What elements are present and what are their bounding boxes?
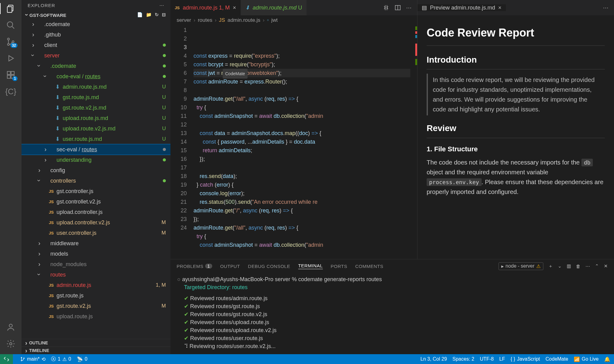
tab-terminal[interactable]: TERMINAL: [298, 263, 323, 269]
tree-item[interactable]: .codemate: [22, 61, 170, 71]
more-icon[interactable]: ⋯: [406, 4, 412, 11]
tree-item[interactable]: JSgst.controller.js: [22, 186, 170, 196]
close-icon[interactable]: ×: [233, 5, 236, 11]
more-icon[interactable]: ⋯: [585, 263, 590, 269]
new-terminal-icon[interactable]: ＋: [548, 263, 553, 269]
tree-item[interactable]: client: [22, 40, 170, 50]
minimap[interactable]: [410, 25, 417, 259]
preview-quote: In this code review report, we will be r…: [427, 74, 605, 115]
tree-item[interactable]: ⬇gst.route.v2.js.mdU: [22, 103, 170, 113]
maximize-icon[interactable]: ⌃: [595, 263, 599, 269]
tree-item[interactable]: sec-eval / routes: [22, 144, 170, 155]
svg-point-4: [7, 38, 9, 40]
new-file-icon[interactable]: 📄: [137, 12, 143, 17]
collapse-icon[interactable]: ⊟: [162, 12, 166, 17]
activity-bar: 32 1 {C}: [0, 0, 22, 354]
preview-icon: ▤: [422, 4, 427, 11]
tab-problems[interactable]: PROBLEMS1: [177, 264, 212, 269]
tree-item[interactable]: JSgst.route.js: [22, 290, 170, 301]
tab-debug-console[interactable]: DEBUG CONSOLE: [248, 264, 290, 269]
folder-header[interactable]: GST-SOFTWARE 📄 📁 ↻ ⊟: [22, 10, 170, 19]
codemate-status[interactable]: CodeMate: [546, 356, 568, 362]
tree-item[interactable]: config: [22, 165, 170, 176]
outline-section[interactable]: OUTLINE: [22, 339, 170, 347]
svg-rect-1: [7, 7, 12, 13]
tree-item[interactable]: ⬇admin.route.js.mdU: [22, 82, 170, 92]
go-live[interactable]: 📶Go Live: [574, 356, 599, 362]
preview-tab[interactable]: ▤ Preview admin.route.js.md ×: [417, 4, 506, 11]
search-icon[interactable]: [5, 20, 16, 31]
tab-output[interactable]: OUTPUT: [220, 264, 240, 269]
tab-comments[interactable]: COMMENTS: [355, 264, 383, 269]
debug-icon[interactable]: [5, 53, 16, 64]
tree-item[interactable]: ⬇upload.route.js.mdU: [22, 113, 170, 123]
port-indicator[interactable]: 📡0: [77, 356, 88, 362]
new-folder-icon[interactable]: 📁: [146, 12, 152, 17]
tab-ports[interactable]: PORTS: [331, 264, 347, 269]
preview-h1: Code Review Report: [427, 24, 605, 46]
tree-item[interactable]: controllers: [22, 176, 170, 186]
source-control-icon[interactable]: 32: [5, 36, 16, 47]
tree-item[interactable]: .codemate: [22, 19, 170, 29]
svg-point-17: [21, 360, 22, 361]
braces-icon[interactable]: {C}: [5, 86, 16, 97]
bottom-panel: PROBLEMS1 OUTPUT DEBUG CONSOLE TERMINAL …: [170, 259, 614, 354]
close-panel-icon[interactable]: ✕: [604, 263, 608, 269]
svg-marker-7: [9, 56, 14, 61]
encoding[interactable]: UTF-8: [480, 356, 494, 362]
split-editor-icon[interactable]: [394, 4, 401, 11]
cursor-position[interactable]: Ln 3, Col 29: [420, 356, 447, 362]
tree-item[interactable]: ⬇upload.route.v2.js.mdU: [22, 123, 170, 134]
editor-tab[interactable]: JSadmin.route.js 1, M×: [170, 0, 241, 15]
tree-item[interactable]: JSupload.controller.v2.jsM: [22, 217, 170, 228]
language-mode[interactable]: { }JavaScript: [510, 356, 540, 362]
preview-h3: 1. File Structure: [427, 144, 605, 154]
more-icon[interactable]: ⋯: [603, 4, 608, 11]
split-terminal-icon[interactable]: ▥: [567, 263, 571, 269]
tree-item[interactable]: JSuser.controller.jsM: [22, 228, 170, 238]
notifications-icon[interactable]: 🔔: [604, 356, 610, 362]
tree-item[interactable]: JSupload.controller.js: [22, 207, 170, 217]
markdown-preview: Code Review Report Introduction In this …: [417, 15, 614, 259]
remote-button[interactable]: [0, 354, 13, 364]
tree-item[interactable]: JSadmin.route.js1, M: [22, 280, 170, 290]
tree-item[interactable]: node_modules: [22, 259, 170, 269]
tree-item[interactable]: middleware: [22, 238, 170, 249]
close-icon[interactable]: ×: [498, 5, 502, 11]
sidebar-more-icon[interactable]: ⋯: [159, 2, 164, 8]
explorer-icon[interactable]: [5, 3, 16, 14]
settings-icon[interactable]: [5, 338, 16, 349]
kill-terminal-icon[interactable]: 🗑: [576, 264, 581, 269]
statusbar: main* ⟲ ⓧ1 ⚠0 📡0 Ln 3, Col 29 Spaces: 2 …: [0, 354, 614, 364]
preview-h2: Introduction: [427, 53, 605, 70]
indentation[interactable]: Spaces: 2: [452, 356, 474, 362]
terminal-dropdown-icon[interactable]: ⌄: [558, 263, 562, 269]
tree-item[interactable]: understanding: [22, 155, 170, 165]
compare-icon[interactable]: [383, 4, 389, 11]
tree-item[interactable]: .github: [22, 29, 170, 40]
tree-item[interactable]: ⬇user.route.js.mdU: [22, 134, 170, 144]
svg-point-16: [21, 357, 22, 358]
sync-icon[interactable]: ⟲: [41, 356, 45, 362]
problems-indicator[interactable]: ⓧ1 ⚠0: [51, 356, 71, 362]
tree-item[interactable]: JSgst.controllet.v2.js: [22, 196, 170, 207]
extensions-icon[interactable]: 1: [5, 69, 16, 80]
preview-paragraph: The code does not include the necessary …: [427, 157, 605, 197]
terminal-select[interactable]: ▸node - server⚠: [499, 262, 543, 270]
tree-item[interactable]: models: [22, 249, 170, 259]
breadcrumbs[interactable]: server› routes› JS admin.route.js› ▫ jwt: [170, 15, 417, 25]
tree-item[interactable]: JSupload.route.js: [22, 311, 170, 322]
editor-tab[interactable]: ⬇admin.route.js.md U: [241, 0, 307, 15]
branch-indicator[interactable]: main* ⟲: [20, 356, 45, 362]
terminal-output[interactable]: ○ ayushsinghal@Ayushs-MacBook-Pro server…: [170, 273, 614, 354]
tree-item[interactable]: server: [22, 50, 170, 61]
eol[interactable]: LF: [499, 356, 505, 362]
timeline-section[interactable]: TIMELINE: [22, 347, 170, 354]
code-editor[interactable]: 123456789101112131415161718192021222324 …: [170, 25, 417, 259]
account-icon[interactable]: [5, 322, 16, 333]
tree-item[interactable]: routes: [22, 269, 170, 280]
tree-item[interactable]: ⬇gst.route.js.mdU: [22, 92, 170, 103]
refresh-icon[interactable]: ↻: [155, 12, 159, 17]
tree-item[interactable]: code-eval / routes: [22, 71, 170, 82]
tree-item[interactable]: JSgst.route.v2.jsM: [22, 301, 170, 311]
